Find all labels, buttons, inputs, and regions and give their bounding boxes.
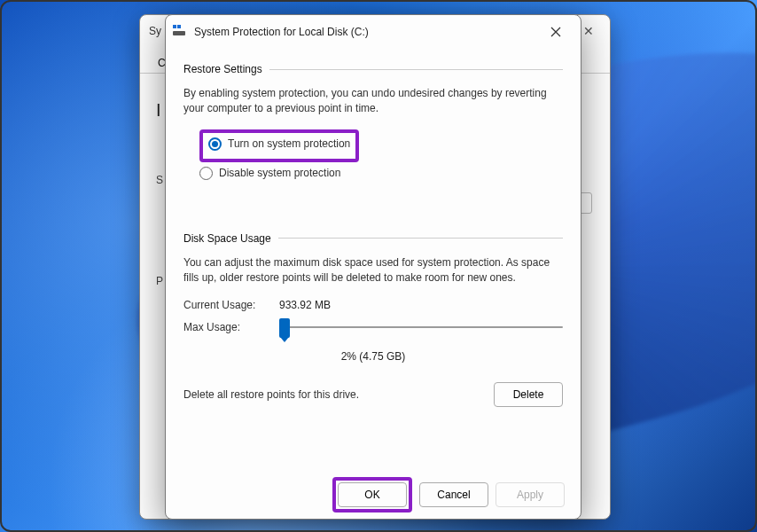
delete-row: Delete all restore points for this drive… — [183, 382, 563, 407]
dialog-titlebar: System Protection for Local Disk (C:) — [166, 15, 581, 49]
disk-space-label: Disk Space Usage — [183, 232, 278, 245]
highlight-turn-on: Turn on system protection — [199, 129, 359, 162]
radio-disable-protection[interactable]: Disable system protection — [199, 166, 563, 181]
dialog-title: System Protection for Local Disk (C:) — [194, 26, 538, 38]
current-usage-value: 933.92 MB — [279, 299, 331, 311]
radio-turn-on-label: Turn on system protection — [228, 137, 350, 150]
slider-track — [279, 326, 563, 328]
apply-button: Apply — [496, 482, 565, 507]
restore-settings-label: Restore Settings — [183, 63, 269, 75]
cancel-button[interactable]: Cancel — [419, 482, 488, 507]
ok-button[interactable]: OK — [338, 482, 407, 507]
disk-space-header: Disk Space Usage — [183, 232, 563, 245]
radio-icon — [199, 167, 213, 180]
radio-icon — [208, 137, 222, 151]
highlight-ok: OK — [332, 477, 412, 512]
system-protection-icon — [173, 25, 187, 39]
divider — [278, 238, 563, 239]
protection-radio-group: Turn on system protection Disable system… — [199, 129, 563, 181]
radio-disable-label: Disable system protection — [219, 167, 340, 179]
close-icon — [550, 27, 561, 37]
dialog-footer: OK Cancel Apply — [166, 471, 581, 519]
disk-description: You can adjust the maximum disk space us… — [183, 255, 563, 286]
max-usage-slider[interactable] — [279, 318, 563, 336]
restore-description: By enabling system protection, you can u… — [183, 86, 563, 117]
dialog-body: Restore Settings By enabling system prot… — [166, 49, 581, 471]
current-usage-label: Current Usage: — [183, 299, 279, 311]
restore-settings-header: Restore Settings — [183, 63, 563, 75]
slider-value-caption: 2% (4.75 GB) — [183, 350, 563, 363]
delete-description: Delete all restore points for this drive… — [183, 388, 494, 401]
slider-thumb[interactable] — [279, 318, 290, 338]
system-protection-dialog: System Protection for Local Disk (C:) Re… — [165, 14, 581, 520]
current-usage-row: Current Usage: 933.92 MB — [183, 299, 563, 311]
max-usage-label: Max Usage: — [183, 321, 279, 333]
close-button[interactable] — [538, 19, 574, 45]
delete-button[interactable]: Delete — [494, 382, 563, 407]
max-usage-row: Max Usage: — [183, 318, 563, 336]
divider — [269, 69, 563, 70]
radio-turn-on-protection[interactable]: Turn on system protection — [208, 137, 350, 152]
